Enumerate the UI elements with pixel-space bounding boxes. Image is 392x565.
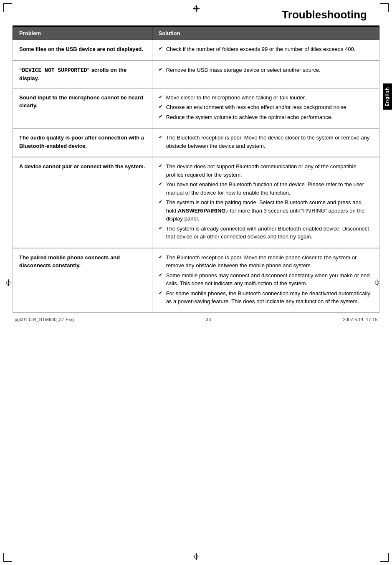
table-row: Sound input to the microphone cannot be …	[13, 88, 379, 129]
crosshair-left	[5, 279, 12, 286]
table-row: Some files on the USB device are not dis…	[13, 40, 379, 61]
solution-header: Solution	[152, 27, 379, 40]
solution-item: Move closer to the microphone when talki…	[159, 94, 373, 102]
table-row: The audio quality is poor after connecti…	[13, 128, 379, 157]
problem-cell: The paired mobile phone connects and dis…	[13, 248, 152, 313]
solution-item: The device does not support Bluetooth co…	[159, 162, 373, 179]
problem-header: Problem	[13, 27, 152, 40]
solution-item: Remove the USB mass storage device or se…	[159, 66, 373, 74]
corner-mark-br	[380, 553, 389, 562]
footer-left: pg001-034_BTM630_37-Eng	[15, 317, 74, 322]
problem-cell: Some files on the USB device are not dis…	[13, 40, 152, 61]
solution-item: The Bluetooth reception is poor. Move th…	[159, 253, 373, 270]
crosshair-top	[193, 5, 200, 12]
solution-list: The device does not support Bluetooth co…	[159, 162, 373, 241]
solution-cell: The device does not support Bluetooth co…	[152, 157, 379, 248]
solution-list: Check if the number of folders exceeds 9…	[159, 45, 373, 53]
solution-item: The Bluetooth reception is poor. Move th…	[159, 134, 373, 150]
troubleshooting-table: Problem Solution Some files on the USB d…	[13, 26, 379, 313]
problem-cell: A device cannot pair or connect with the…	[13, 157, 152, 248]
corner-mark-tl	[3, 3, 12, 12]
solution-cell: The Bluetooth reception is poor. Move th…	[152, 128, 379, 157]
solution-list: The Bluetooth reception is poor. Move th…	[159, 253, 373, 306]
crosshair-bottom	[193, 553, 200, 560]
footer-right: 2007.6.14, 17:15	[343, 317, 377, 322]
music-note-icon: ♪	[225, 208, 228, 214]
solution-item: The system is not in the pairing mode. S…	[159, 198, 373, 223]
answer-pairing-label: ANSWER/PAIRING	[178, 208, 226, 214]
solution-item: Reduce the system volume to achieve the …	[159, 113, 373, 122]
page-container: English Troubleshooting Problem Solution…	[0, 0, 392, 565]
table-row: A device cannot pair or connect with the…	[13, 157, 379, 248]
table-row: “DEVICE NOT SUPPORTED” scrolls on the di…	[13, 61, 379, 88]
solution-cell: The Bluetooth reception is poor. Move th…	[152, 248, 379, 313]
table-header-row: Problem Solution	[13, 27, 379, 40]
solution-item: Some mobile phones may connect and disco…	[159, 271, 373, 288]
solution-item: Choose an environment with less echo eff…	[159, 103, 373, 111]
problem-cell: “DEVICE NOT SUPPORTED” scrolls on the di…	[13, 61, 152, 88]
page-footer: pg001-034_BTM630_37-Eng 33 2007.6.14, 17…	[13, 317, 379, 322]
solution-item: Check if the number of folders exceeds 9…	[159, 45, 373, 53]
solution-list: Remove the USB mass storage device or se…	[159, 66, 373, 74]
solution-item: For some mobile phones, the Bluetooth co…	[159, 289, 373, 306]
solution-list: The Bluetooth reception is poor. Move th…	[159, 134, 373, 150]
language-tab: English	[383, 84, 392, 110]
corner-mark-tr	[380, 3, 389, 12]
problem-cell: Sound input to the microphone cannot be …	[13, 88, 152, 129]
solution-item: The system is already connected with ano…	[159, 225, 373, 241]
footer-center: 33	[206, 317, 211, 322]
solution-list: Move closer to the microphone when talki…	[159, 94, 373, 122]
solution-item: You have not enabled the Bluetooth funct…	[159, 180, 373, 197]
solution-cell: Move closer to the microphone when talki…	[152, 88, 379, 129]
corner-mark-bl	[3, 553, 12, 562]
crosshair-right	[374, 279, 380, 286]
problem-cell: The audio quality is poor after connecti…	[13, 128, 152, 157]
table-row: The paired mobile phone connects and dis…	[13, 248, 379, 313]
solution-cell: Remove the USB mass storage device or se…	[152, 61, 379, 88]
problem-monospace: DEVICE NOT SUPPORTED	[22, 67, 87, 73]
solution-cell: Check if the number of folders exceeds 9…	[152, 40, 379, 61]
